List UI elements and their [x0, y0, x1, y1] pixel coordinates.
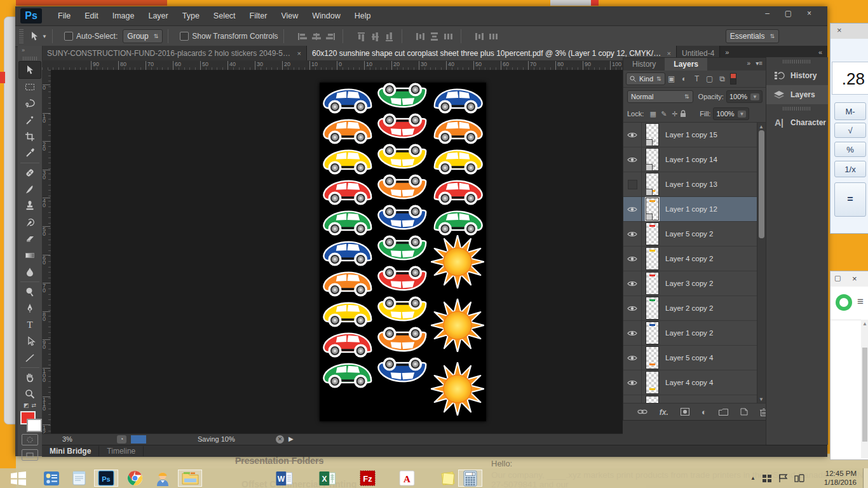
new-layer-icon[interactable] — [740, 408, 748, 416]
show-transform-checkbox[interactable] — [180, 32, 189, 41]
hamburger-menu-icon[interactable]: ≡ — [857, 295, 864, 308]
menu-window[interactable]: Window — [305, 8, 347, 24]
dock-grip[interactable] — [783, 60, 811, 64]
filter-adjustment-layers-icon[interactable]: ◐ — [678, 74, 691, 83]
side-window-titlebar[interactable]: ▢ × — [831, 271, 868, 287]
visibility-eye-icon[interactable] — [623, 222, 642, 246]
close-button[interactable]: × — [799, 6, 820, 20]
eraser-tool[interactable] — [19, 231, 41, 247]
menu-view[interactable]: View — [274, 8, 305, 24]
menu-image[interactable]: Image — [105, 8, 142, 24]
layer-row[interactable]: Layer 1 copy 2 — [623, 321, 757, 346]
side-minimize-icon[interactable]: ▢ — [834, 274, 841, 282]
layer-row[interactable]: Layer 5 copy 4 — [623, 346, 757, 370]
flag-icon[interactable] — [778, 474, 788, 483]
calculator-taskbar-icon[interactable]: 0 — [458, 470, 482, 487]
quick-mask-button[interactable] — [22, 434, 38, 445]
menu-layer[interactable]: Layer — [141, 8, 175, 24]
tab-close-icon[interactable]: × — [297, 50, 301, 57]
opacity-field[interactable]: 100% ▼ — [726, 90, 763, 103]
notepad-taskbar-icon[interactable] — [67, 470, 92, 487]
layer-thumbnail[interactable] — [646, 173, 659, 196]
layer-thumbnail[interactable] — [646, 148, 659, 171]
menu-type[interactable]: Type — [175, 8, 207, 24]
blur-tool[interactable] — [19, 264, 41, 280]
filter-pixel-layers-icon[interactable]: ▣ — [665, 74, 678, 83]
lock-pixels-icon[interactable]: ✎ — [658, 110, 669, 118]
document-size-icon[interactable]: ◔ — [117, 435, 126, 444]
dock-button-layers[interactable]: Layers — [766, 85, 828, 104]
filter-shape-layers-icon[interactable]: ▢ — [703, 74, 716, 83]
align-icon-6[interactable] — [414, 30, 428, 43]
action-center-icon[interactable] — [762, 474, 772, 483]
align-icon-8[interactable] — [442, 30, 456, 43]
workspace-switcher[interactable]: Essentials ⇅ — [726, 29, 779, 43]
align-icon-1[interactable] — [309, 30, 323, 43]
gradient-tool[interactable] — [19, 247, 41, 264]
visibility-eye-icon[interactable] — [623, 197, 642, 221]
file-explorer-taskbar-icon[interactable] — [178, 470, 202, 487]
layer-thumbnail[interactable] — [646, 198, 659, 220]
adjustment-layer-icon[interactable]: ◐ — [702, 406, 707, 417]
spot-healing-brush-tool[interactable] — [19, 165, 41, 181]
path-selection-tool[interactable] — [19, 333, 41, 349]
layer-row[interactable]: Layer 3 copy 2 — [623, 271, 757, 296]
layer-thumbnail[interactable] — [646, 123, 659, 146]
align-icon-6[interactable] — [473, 30, 487, 43]
link-icon[interactable] — [637, 408, 648, 416]
align-icon-5[interactable] — [383, 30, 397, 43]
visibility-eye-icon[interactable] — [623, 247, 642, 271]
layer-row[interactable]: Layer 4 copy 4 — [623, 370, 757, 395]
visibility-eye-icon[interactable] — [623, 147, 642, 172]
align-icon-4[interactable] — [369, 30, 383, 43]
word-taskbar-icon[interactable]: W — [272, 470, 296, 487]
panel-tab-history[interactable]: History — [623, 58, 665, 71]
scroll-up-icon[interactable]: ▲ — [862, 321, 867, 327]
calc-button-reciprocal[interactable]: 1/x — [834, 161, 866, 177]
visibility-eye-icon[interactable] — [623, 346, 642, 370]
eyedropper-tool[interactable] — [19, 145, 41, 161]
dock-button-character[interactable]: A|Character — [766, 113, 828, 132]
pasteboard[interactable] — [51, 70, 623, 433]
toolstrip-collapse-icon[interactable]: » — [18, 46, 42, 56]
document-tab-2[interactable]: 60x120 sunshine shape cut coroplast shee… — [307, 46, 677, 60]
background-color-swatch[interactable] — [27, 419, 42, 432]
tray-chevron-icon[interactable]: ▲ — [750, 475, 756, 481]
visibility-eye-icon[interactable] — [623, 296, 642, 320]
scroll-up-icon[interactable]: ▲ — [759, 124, 764, 130]
horizontal-ruler[interactable]: 9080706050403020100102030405060708090100 — [42, 60, 623, 71]
layer-styles-fx-icon[interactable]: fx. — [660, 406, 668, 417]
layer-thumbnail[interactable] — [646, 322, 659, 344]
document-tab-1[interactable]: SUNY-CONSTRUCTION-FUND-2016-placards 2 h… — [42, 46, 307, 60]
align-icon-7[interactable] — [428, 30, 442, 43]
calculator-titlebar[interactable]: × — [831, 24, 868, 39]
auto-select-scope-dropdown[interactable]: Group ⇅ — [123, 29, 163, 43]
canvas-document[interactable] — [320, 83, 486, 421]
layer-thumbnail[interactable] — [646, 371, 659, 394]
bottom-tab-timeline[interactable]: Timeline — [99, 446, 144, 456]
scroll-down-icon[interactable]: ▼ — [759, 396, 764, 402]
taskbar-clock[interactable]: 12:45 PM 1/18/2016 — [824, 469, 857, 487]
filter-type-layers-icon[interactable]: T — [691, 74, 703, 83]
hand-tool[interactable] — [19, 369, 41, 386]
menu-help[interactable]: Help — [348, 8, 378, 24]
settings-taskbar-icon[interactable] — [39, 470, 64, 487]
group-folder-icon[interactable] — [719, 409, 728, 416]
visibility-eye-icon[interactable] — [623, 271, 642, 295]
dock-collapse-icon[interactable]: « — [818, 48, 822, 56]
screen-mode-button[interactable] — [22, 449, 38, 461]
sticky-notes-taskbar-icon[interactable] — [436, 470, 460, 487]
menu-select[interactable]: Select — [207, 8, 243, 24]
align-icon-2[interactable] — [323, 30, 337, 43]
crop-tool[interactable] — [19, 128, 41, 145]
dock-grip[interactable] — [783, 107, 811, 111]
lock-transparency-icon[interactable]: ▦ — [648, 110, 658, 118]
visibility-empty-box[interactable] — [623, 172, 642, 196]
layer-thumbnail[interactable] — [646, 222, 659, 245]
device-icon[interactable] — [794, 474, 804, 483]
photoshop-taskbar-icon[interactable]: Ps — [94, 470, 118, 487]
zoom-level-field[interactable]: 3% — [62, 435, 72, 443]
line-tool[interactable] — [19, 349, 41, 366]
layer-row[interactable]: Layer 5 copy 2 — [623, 222, 757, 247]
layer-thumbnail[interactable] — [646, 272, 659, 295]
